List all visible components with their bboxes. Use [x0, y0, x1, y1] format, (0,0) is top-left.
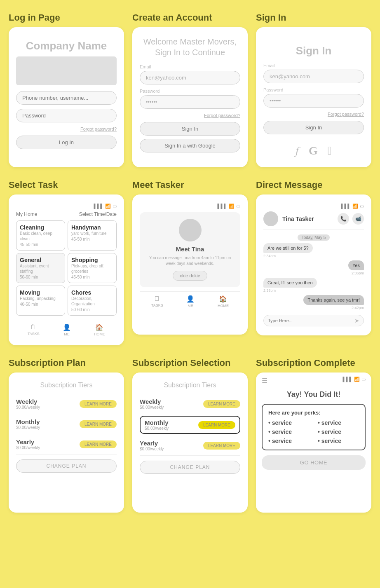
perk-5-text: • service	[318, 429, 341, 435]
task-shopping-sub: Pick-ups, drop off, groceries	[71, 263, 113, 274]
forgot-password-link[interactable]: Forgot password?	[16, 127, 117, 131]
task-cleaning[interactable]: Cleaning Basic clean, deep clean 45-50 m…	[16, 220, 65, 251]
nav-home[interactable]: 🏠 HOME	[218, 295, 229, 308]
tier-weekly-sel-name: Weekly	[140, 398, 164, 405]
select-yearly-button[interactable]: LEARN MORE	[80, 440, 117, 448]
change-plan-button[interactable]: CHANGE PLAN	[16, 459, 117, 473]
task-moving-sub: Packing, unpacking	[20, 296, 61, 301]
me-icon: 👤	[186, 295, 195, 303]
msg-time-1: 2:34pm	[263, 254, 276, 258]
me-label: ME	[64, 332, 70, 336]
create-account-card: Welcome Master Movers, Sign In to Contin…	[132, 27, 248, 167]
email-label: Email	[263, 63, 364, 68]
email-input[interactable]	[140, 71, 240, 84]
task-general-time: 50-60 min	[20, 275, 61, 279]
signal-icon: ▌▌▌	[218, 204, 227, 209]
nav-tasks[interactable]: 🗒 TASKS	[28, 323, 40, 336]
task-general[interactable]: General Assistant, event staffing 50-60 …	[16, 253, 65, 283]
okie-dokie-button[interactable]: okie dokie	[173, 271, 207, 281]
send-icon[interactable]: ➤	[354, 317, 359, 324]
password-label: Password	[263, 87, 364, 92]
select-task-card: ▌▌▌ 📶 ▭ My Home Select Time/Date Cleanin…	[9, 194, 124, 345]
wifi-icon: 📶	[105, 204, 111, 209]
section-label-sub-plan: Subscription Plan	[9, 358, 124, 368]
password-label: Password	[140, 89, 240, 94]
nav-me[interactable]: 👤 ME	[186, 295, 195, 308]
email-input[interactable]	[263, 70, 364, 83]
welcome-text: Welcome Master Movers, Sign In to Contin…	[140, 36, 240, 58]
forgot-password-link[interactable]: Forgot password?	[140, 113, 240, 118]
battery-icon: ▭	[236, 204, 240, 209]
apple-icon[interactable]: 	[328, 144, 332, 158]
signal-icon: ▌▌▌	[94, 204, 103, 209]
signin-button[interactable]: Sign In	[263, 121, 364, 134]
google-icon[interactable]: G	[309, 144, 318, 158]
nav-tasks[interactable]: 🗒 TASKS	[151, 295, 163, 308]
select-monthly-button[interactable]: LEARN MORE	[80, 420, 117, 428]
message-input[interactable]	[268, 318, 354, 323]
signin-button[interactable]: Sign In	[140, 122, 240, 136]
perk-2-text: • service	[268, 429, 292, 435]
sub-tier-yearly-sel: Yearly $0.00/weekly LEARN MORE	[140, 436, 240, 456]
task-moving[interactable]: Moving Packing, unpacking 40-50 min	[16, 286, 65, 316]
change-plan-sel-button[interactable]: CHANGE PLAN	[140, 461, 240, 474]
call-button[interactable]: 📞	[338, 213, 349, 225]
msg-bubble-right-4: Thanks again, see ya tmr!	[303, 295, 364, 305]
direct-message-card: ▌▌▌ 📶 ▭ Tina Tasker 📞 📹 Today, May 5 Are…	[256, 194, 371, 335]
perk-2: • service	[268, 428, 310, 436]
tasks-icon: 🗒	[30, 323, 37, 331]
select-monthly-sel-button[interactable]: LEARN MORE	[198, 421, 235, 429]
task-handyman[interactable]: Handyman yard work, furniture 45-50 min	[68, 220, 117, 251]
login-button[interactable]: Log In	[16, 136, 117, 149]
me-icon: 👤	[63, 323, 71, 331]
task-shopping-time: 45-50 min	[71, 275, 113, 279]
menu-icon[interactable]: ☰	[262, 377, 267, 384]
tasker-name: Meet Tina	[176, 246, 204, 253]
message-3: Great, I'll see you then 2:38pm	[263, 278, 364, 295]
sub-tier-yearly: Yearly $0.00/weekly LEARN MORE	[16, 434, 117, 454]
go-home-button[interactable]: GO HOME	[262, 455, 366, 470]
section-label-meet-tasker: Meet Tasker	[132, 180, 248, 190]
msg-time-2: 2:36pm	[352, 271, 364, 275]
complete-title: Yay! You Did It!	[262, 390, 366, 399]
task-cleaning-time: 45-50 min	[20, 242, 61, 247]
forgot-password-link[interactable]: Forgot password?	[263, 112, 364, 117]
select-weekly-sel-button[interactable]: LEARN MORE	[203, 400, 240, 408]
subscription-complete-card: ☰ ▌▌▌ 📶 ▭ Yay! You Did It! Here are your…	[256, 372, 371, 513]
task-chores[interactable]: Chores Decoration, Organization 50-60 mi…	[68, 286, 117, 316]
tier-monthly-name: Monthly	[16, 418, 40, 425]
signal-icon: ▌▌▌	[343, 377, 352, 386]
home-label: HOME	[94, 332, 105, 336]
select-yearly-sel-button[interactable]: LEARN MORE	[203, 442, 240, 450]
phone-input[interactable]	[16, 91, 117, 105]
password-input[interactable]	[16, 109, 117, 122]
nav-me[interactable]: 👤 ME	[63, 323, 71, 336]
select-weekly-button[interactable]: LEARN MORE	[80, 400, 117, 408]
video-button[interactable]: 📹	[352, 213, 364, 225]
perk-3-text: • service	[268, 438, 292, 444]
msg-bubble-left-1: Are we still on for 5?	[263, 243, 313, 253]
task-moving-title: Moving	[20, 289, 61, 296]
perk-4: • service	[318, 419, 359, 426]
section-label-create: Create an Account	[132, 12, 248, 23]
contact-avatar	[263, 211, 278, 226]
task-shopping[interactable]: Shopping Pick-ups, drop off, groceries 4…	[68, 253, 117, 283]
nav-home[interactable]: 🏠 HOME	[94, 323, 105, 336]
tier-weekly-name: Weekly	[16, 398, 40, 405]
meet-tasker-card: ▌▌▌ 📶 ▭ Meet Tina You can message Tina f…	[132, 194, 248, 335]
password-input[interactable]	[263, 94, 364, 108]
tier-yearly-name: Yearly	[16, 438, 40, 445]
google-signin-button[interactable]: Sign In a with Google	[140, 139, 240, 152]
tasker-description: You can message Tina from 4am to 11pm on…	[146, 255, 234, 267]
date-select-label[interactable]: Select Time/Date	[79, 211, 117, 217]
section-label-dm: Direct Message	[256, 180, 371, 190]
perks-title: Here are your perks:	[268, 410, 359, 416]
facebook-icon[interactable]: 𝑓	[296, 144, 299, 158]
sub-tier-monthly-selected[interactable]: Monthly $0.00/weekly LEARN MORE	[140, 416, 240, 434]
perks-box: Here are your perks: • service • service…	[262, 404, 366, 450]
subscription-selection-card: Subscription Tiers Weekly $0.00/weekly L…	[132, 372, 248, 513]
password-input[interactable]	[140, 95, 240, 109]
status-bar: ▌▌▌ 📶 ▭	[16, 204, 117, 209]
status-bar: ☰ ▌▌▌ 📶 ▭	[262, 377, 366, 386]
date-badge: Today, May 5	[263, 233, 364, 241]
